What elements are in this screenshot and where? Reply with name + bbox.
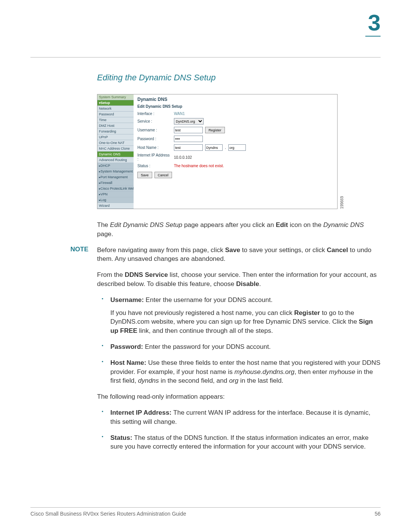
sidebar-item[interactable]: DMZ Host (97, 123, 134, 129)
sidebar-item[interactable]: Forwarding (97, 129, 134, 134)
interface-label: Interface : (137, 112, 172, 116)
header-rule (30, 57, 381, 58)
chapter-rule (365, 36, 381, 37)
username-label: Username : (137, 128, 172, 132)
sidebar-item-active[interactable]: Dynamic DNS (97, 152, 134, 157)
interface-value: WAN1 (174, 112, 185, 116)
note-label: NOTE (70, 246, 97, 264)
hostname-input-3[interactable] (228, 144, 246, 151)
bullet-list: Username: Enter the username for your DD… (97, 296, 381, 385)
bullet-list: Internet IP Address: The current WAN IP … (97, 408, 381, 451)
ip-value: 10.0.0.102 (174, 155, 192, 160)
panel-title: Dynamic DNS (137, 97, 333, 102)
screenshot-figure: 199669 System Summary Setup Network Pass… (97, 94, 338, 209)
list-item: Password: Enter the password for your DD… (97, 342, 381, 351)
sidebar-item[interactable]: MAC Address Clone (97, 146, 134, 152)
sidebar-group[interactable]: Cisco ProtectLink Web (97, 186, 134, 192)
screenshot-panel: Dynamic DNS Edit Dynamic DNS Setup Inter… (134, 94, 337, 209)
panel-subtitle: Edit Dynamic DNS Setup (137, 104, 333, 109)
sub-paragraph: If you have not previously registered a … (110, 308, 381, 335)
sidebar-group[interactable]: Log (97, 197, 134, 203)
sidebar-group[interactable]: System Management (97, 169, 134, 174)
note-text: Before navigating away from this page, c… (97, 246, 381, 264)
hostname-input-1[interactable] (174, 144, 203, 151)
footer-title: Cisco Small Business RV0xx Series Router… (30, 511, 186, 517)
list-item: Username: Enter the username for your DD… (97, 296, 381, 335)
sidebar-item[interactable]: Time (97, 117, 134, 123)
chapter-header: 3 (365, 11, 381, 37)
sidebar-group[interactable]: Port Management (97, 174, 134, 180)
save-button[interactable]: Save (137, 172, 152, 178)
list-item: Host Name: Use these three fields to ent… (97, 358, 381, 385)
figure-code: 199669 (340, 196, 344, 209)
sidebar-item-wizard[interactable]: Wizard (97, 203, 134, 209)
paragraph: From the DDNS Service list, choose your … (97, 270, 381, 289)
ip-label: Internet IP Address : (137, 153, 172, 161)
password-input[interactable] (174, 136, 203, 142)
hostname-input-2[interactable] (205, 144, 223, 151)
username-input[interactable] (174, 127, 203, 133)
screenshot-sidebar: System Summary Setup Network Password Ti… (97, 94, 134, 209)
footer-page-number: 56 (374, 511, 381, 517)
list-item: Internet IP Address: The current WAN IP … (97, 408, 381, 427)
sidebar-item-setup[interactable]: Setup (97, 100, 134, 106)
sidebar-group[interactable]: Firewall (97, 180, 134, 186)
sidebar-item[interactable]: Password (97, 112, 134, 117)
note-block: NOTE Before navigating away from this pa… (70, 246, 381, 264)
sidebar-item[interactable]: Network (97, 106, 134, 112)
sidebar-item[interactable]: One-to-One NAT (97, 140, 134, 146)
cancel-button[interactable]: Cancel (155, 172, 172, 178)
chapter-number: 3 (365, 11, 381, 34)
hostname-label: Host Name : (137, 145, 172, 150)
sidebar-group[interactable]: VPN (97, 192, 134, 197)
list-item: Status: The status of the DDNS function.… (97, 433, 381, 452)
service-select[interactable]: DynDNS.org (174, 118, 204, 125)
status-value: The hostname does not exist. (174, 164, 224, 168)
status-label: Status : (137, 164, 172, 168)
register-button[interactable]: Register (205, 127, 225, 133)
sidebar-item[interactable]: UPnP (97, 134, 134, 140)
sidebar-item-summary[interactable]: System Summary (97, 94, 134, 100)
sidebar-group[interactable]: DHCP (97, 163, 134, 169)
password-label: Password : (137, 137, 172, 141)
page-footer: Cisco Small Business RV0xx Series Router… (30, 507, 381, 517)
paragraph: The Edit Dynamic DNS Setup page appears … (97, 220, 381, 239)
section-title: Editing the Dynamic DNS Setup (97, 73, 381, 83)
sidebar-item[interactable]: Advanced Routing (97, 157, 134, 163)
paragraph: The following read-only information appe… (97, 392, 381, 401)
service-label: Service : (137, 119, 172, 123)
